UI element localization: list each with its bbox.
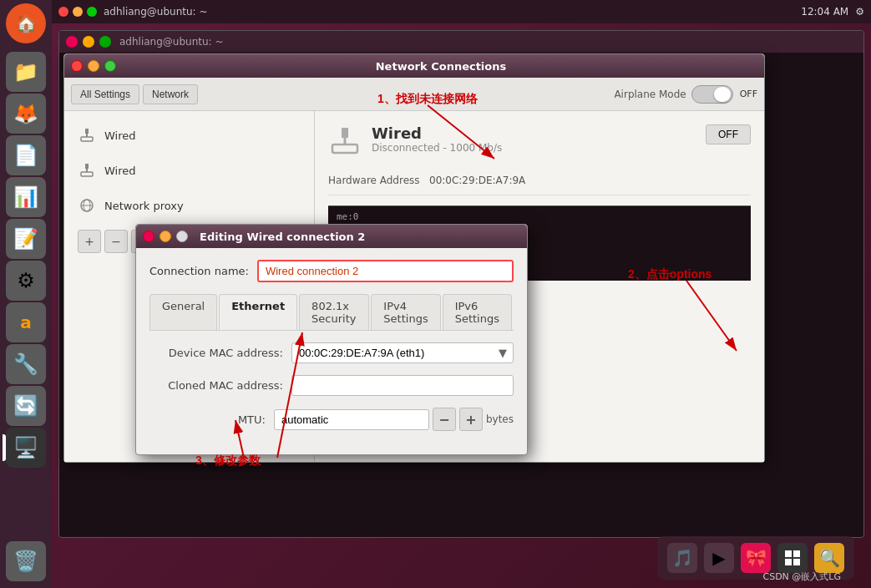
dock-ribbon-icon[interactable]: 🎀 [741, 543, 771, 573]
tab-8021x-security[interactable]: 802.1x Security [299, 294, 369, 330]
add-connection-btn[interactable]: + [78, 230, 101, 253]
editing-min-btn[interactable] [160, 231, 171, 242]
dock-label: CSDN @嵌入式LG [762, 570, 841, 583]
proxy-icon [78, 196, 96, 215]
airplane-off-label: OFF [740, 89, 757, 99]
network-min-btn[interactable] [88, 60, 99, 72]
trash-icon[interactable]: 🗑️ [6, 541, 46, 581]
terminal-title: adhliang@ubuntu: ~ [104, 6, 207, 18]
cloned-mac-row: Cloned MAC address: [149, 375, 514, 396]
editing-titlebar: Editing Wired connection 2 [136, 225, 527, 248]
tab-ethernet[interactable]: Ethernet [219, 294, 297, 330]
hardware-addr-label: Hardware Address [328, 175, 420, 186]
dock-music-icon[interactable]: 🎵 [667, 543, 697, 573]
settings-icon[interactable]: ⚙️ [6, 261, 46, 301]
wired-icon-1 [78, 126, 96, 144]
editing-tabs: General Ethernet 802.1x Security IPv4 Se… [149, 294, 514, 331]
hardware-address-row: Hardware Address 00:0C:29:DE:A7:9A [328, 175, 751, 195]
mtu-plus-btn[interactable]: + [459, 408, 483, 431]
topbar: adhliang@ubuntu: ~ 12:04 AM ⚙ [52, 0, 871, 23]
topbar-right: 12:04 AM ⚙ [801, 6, 864, 18]
terminal-min-btn[interactable] [83, 36, 94, 48]
svg-rect-0 [85, 129, 89, 134]
terminal-max-btn[interactable] [99, 36, 111, 48]
network-toolbar: All Settings Network Airplane Mode OFF [64, 78, 764, 111]
network-window-title: Network Connections [124, 60, 757, 73]
svg-rect-23 [793, 559, 800, 565]
cloned-mac-label: Cloned MAC address: [149, 379, 283, 392]
dock-play-icon[interactable]: ▶ [704, 543, 734, 573]
dock-grid-icon[interactable] [777, 543, 808, 573]
airplane-mode-section: Airplane Mode OFF [614, 85, 757, 104]
sidebar-item-wired-1[interactable]: Wired [64, 118, 314, 153]
office-icon[interactable]: 📄 [6, 135, 46, 175]
network-btn[interactable]: Network [143, 84, 198, 104]
tab-general[interactable]: General [149, 294, 217, 330]
toolbar-left: All Settings Network [71, 84, 198, 104]
connection-name-label: Connection name: [149, 265, 249, 277]
device-info: Wired Disconnected - 1000 Mb/s [372, 124, 502, 154]
svg-rect-5 [81, 172, 93, 176]
sidebar-wired-label-1: Wired [104, 129, 136, 142]
writer-icon[interactable]: 📝 [6, 219, 46, 259]
network-close-btn[interactable] [71, 60, 83, 72]
dock-search-icon[interactable]: 🔍 [814, 543, 844, 573]
wired-icon-2 [78, 161, 96, 180]
svg-rect-22 [785, 559, 792, 565]
device-header: Wired Disconnected - 1000 Mb/s OFF [328, 124, 751, 165]
firefox-icon[interactable]: 🦊 [6, 94, 46, 134]
settings-system-icon[interactable]: ⚙ [855, 6, 864, 18]
mtu-unit-label: bytes [486, 413, 514, 425]
update-icon[interactable]: 🔄 [6, 386, 46, 426]
mtu-input[interactable] [274, 409, 429, 430]
spreadsheet-icon[interactable]: 📊 [6, 177, 46, 217]
network-max-btn[interactable] [104, 60, 116, 72]
svg-rect-21 [793, 550, 800, 557]
device-off-btn[interactable]: OFF [706, 124, 751, 144]
svg-rect-2 [81, 137, 93, 141]
terminal-line-1: me:0 [337, 211, 742, 222]
taskbar: 🏠 📁 🦊 📄 📊 📝 ⚙️ a 🔧 🔄 🖥️ 🗑️ [0, 0, 52, 588]
cloned-mac-input[interactable] [291, 375, 514, 396]
mtu-row: MTU: − + bytes [149, 408, 514, 431]
ubuntu-icon[interactable]: 🏠 [6, 3, 46, 43]
editing-title: Editing Wired connection 2 [200, 231, 365, 243]
tab-ipv6-settings[interactable]: IPv6 Settings [443, 294, 512, 330]
editing-max-btn[interactable] [176, 231, 188, 242]
network-titlebar: Network Connections [64, 54, 764, 78]
svg-rect-9 [342, 128, 348, 138]
device-mac-row: Device MAC address: 00:0C:29:DE:A7:9A (e… [149, 342, 514, 363]
sidebar-item-wired-2[interactable]: Wired [64, 153, 314, 188]
connection-name-input[interactable] [257, 260, 514, 282]
svg-rect-11 [332, 144, 357, 153]
mtu-minus-btn[interactable]: − [433, 408, 456, 431]
all-settings-btn[interactable]: All Settings [71, 84, 139, 104]
terminal-window-title: adhliang@ubuntu: ~ [119, 36, 223, 48]
bottom-dock: 🎵 ▶ 🎀 🔍 CSDN @嵌入式LG [657, 536, 854, 580]
tools-icon[interactable]: 🔧 [6, 344, 46, 384]
hardware-addr-value: 00:0C:29:DE:A7:9A [429, 175, 525, 186]
device-mac-label: Device MAC address: [149, 347, 283, 359]
sidebar-item-proxy[interactable]: Network proxy [64, 188, 314, 223]
editing-content: Connection name: General Ethernet 802.1x… [136, 248, 527, 454]
mtu-input-wrap: − + bytes [274, 408, 514, 431]
editing-close-btn[interactable] [143, 231, 154, 242]
device-network-icon [328, 124, 362, 165]
files-icon[interactable]: 📁 [6, 52, 46, 92]
terminal-close-btn[interactable] [66, 36, 78, 48]
desktop: adhliang@ubuntu: ~ Network Connections A… [52, 23, 871, 588]
amazon-icon[interactable]: a [6, 302, 46, 342]
terminal-icon[interactable]: 🖥️ [6, 428, 46, 468]
sidebar-proxy-label: Network proxy [104, 200, 184, 212]
connection-name-row: Connection name: [149, 260, 514, 282]
device-mac-select[interactable]: 00:0C:29:DE:A7:9A (eth1) [291, 342, 514, 363]
airplane-mode-toggle[interactable] [691, 85, 733, 104]
remove-connection-btn[interactable]: − [104, 230, 128, 253]
terminal-titlebar: adhliang@ubuntu: ~ [59, 31, 863, 53]
toggle-knob [714, 87, 731, 102]
tab-ipv4-settings[interactable]: IPv4 Settings [371, 294, 440, 330]
topbar-left: adhliang@ubuntu: ~ [58, 6, 207, 18]
svg-rect-20 [785, 550, 792, 557]
sidebar-wired-label-2: Wired [104, 165, 136, 177]
svg-rect-3 [85, 164, 89, 169]
